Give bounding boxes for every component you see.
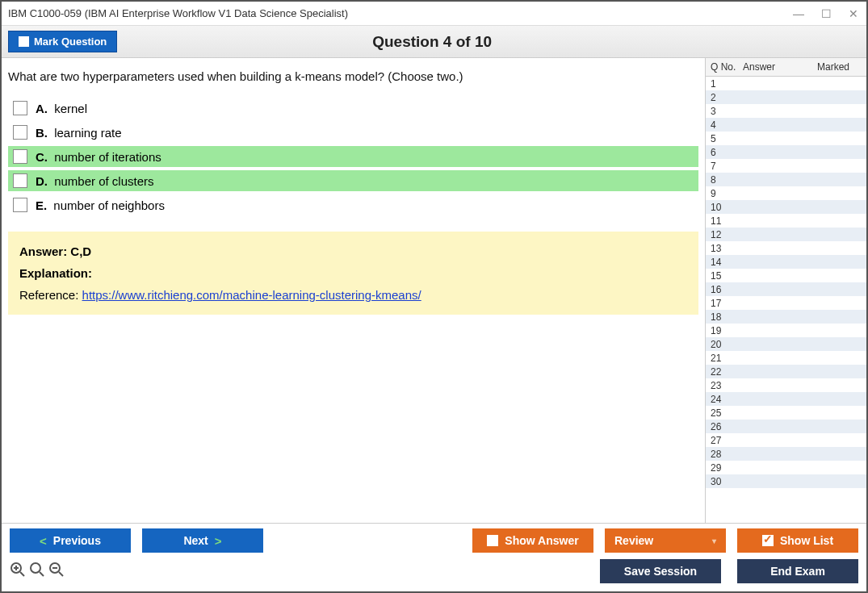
show-list-checkbox-icon xyxy=(762,535,774,546)
row-qno: 9 xyxy=(711,188,743,199)
minimize-icon[interactable]: — xyxy=(792,7,805,20)
option-row[interactable]: E. number of neighbors xyxy=(8,194,698,215)
row-qno: 6 xyxy=(711,147,743,158)
option-row[interactable]: B. learning rate xyxy=(8,122,698,143)
row-qno: 21 xyxy=(711,353,743,364)
question-list-row[interactable]: 8 xyxy=(706,173,866,186)
reference-line: Reference: https://www.ritchieng.com/mac… xyxy=(19,288,687,302)
option-row[interactable]: C. number of iterations xyxy=(8,146,698,167)
maximize-icon[interactable]: ☐ xyxy=(820,7,832,20)
zoom-reset-icon[interactable] xyxy=(29,562,45,582)
row-qno: 26 xyxy=(711,421,743,432)
question-list-row[interactable]: 13 xyxy=(706,241,866,255)
question-list-row[interactable]: 30 xyxy=(706,474,866,488)
mark-question-button[interactable]: Mark Question xyxy=(8,31,117,52)
option-row[interactable]: A. kernel xyxy=(8,98,698,119)
question-list-row[interactable]: 5 xyxy=(706,132,866,145)
question-list-row[interactable]: 11 xyxy=(706,214,866,228)
previous-label: Previous xyxy=(53,534,101,547)
next-button[interactable]: Next > xyxy=(142,528,263,553)
option-row[interactable]: D. number of clusters xyxy=(8,170,698,191)
save-session-button[interactable]: Save Session xyxy=(600,559,721,583)
row-qno: 15 xyxy=(711,270,743,282)
question-list-row[interactable]: 7 xyxy=(706,159,866,173)
row-qno: 1 xyxy=(711,78,743,90)
header-answer: Answer xyxy=(743,61,817,73)
row-qno: 12 xyxy=(711,229,743,240)
question-list-row[interactable]: 12 xyxy=(706,228,866,241)
question-list-row[interactable]: 2 xyxy=(706,90,866,104)
toolbar: Mark Question Question 4 of 10 xyxy=(2,26,866,58)
review-button[interactable]: Review ▾ xyxy=(605,528,726,553)
option-text: B. learning rate xyxy=(36,126,122,140)
svg-point-4 xyxy=(31,563,40,573)
question-list-row[interactable]: 24 xyxy=(706,392,866,406)
question-list-row[interactable]: 25 xyxy=(706,406,866,420)
svg-line-7 xyxy=(59,572,63,576)
row-qno: 7 xyxy=(711,161,743,172)
question-list-body[interactable]: 1234567891011121314151617181920212223242… xyxy=(706,77,866,523)
footer-row-1: < Previous Next > Show Answer Review ▾ S… xyxy=(10,528,858,553)
row-qno: 5 xyxy=(711,133,743,144)
option-checkbox[interactable] xyxy=(13,125,27,140)
row-qno: 3 xyxy=(711,106,743,117)
row-qno: 25 xyxy=(711,407,743,419)
question-list-row[interactable]: 15 xyxy=(706,269,866,282)
show-answer-button[interactable]: Show Answer xyxy=(472,528,593,553)
row-qno: 16 xyxy=(711,284,743,295)
row-qno: 20 xyxy=(711,339,743,350)
titlebar: IBM C1000-059 (IBM AI Enterprise Workflo… xyxy=(2,2,866,26)
show-answer-checkbox-icon xyxy=(487,535,498,546)
option-checkbox[interactable] xyxy=(13,149,27,164)
question-list-row[interactable]: 21 xyxy=(706,351,866,365)
content: What are two hyperparameters used when b… xyxy=(2,58,866,523)
option-text: D. number of clusters xyxy=(36,174,154,188)
option-checkbox[interactable] xyxy=(13,173,27,188)
row-qno: 18 xyxy=(711,311,743,323)
question-list-row[interactable]: 27 xyxy=(706,433,866,447)
show-list-button[interactable]: Show List xyxy=(737,528,858,553)
footer-row-2: Save Session End Exam xyxy=(10,559,858,583)
question-list-row[interactable]: 20 xyxy=(706,337,866,351)
answer-panel: Answer: C,D Explanation: Reference: http… xyxy=(8,232,698,315)
question-list-row[interactable]: 4 xyxy=(706,118,866,132)
question-list-row[interactable]: 22 xyxy=(706,365,866,378)
zoom-out-icon[interactable] xyxy=(48,562,65,582)
mark-checkbox-icon xyxy=(19,36,29,47)
question-list-row[interactable]: 9 xyxy=(706,186,866,200)
question-list-row[interactable]: 26 xyxy=(706,420,866,433)
question-list-row[interactable]: 14 xyxy=(706,255,866,269)
option-text: A. kernel xyxy=(36,102,87,115)
previous-button[interactable]: < Previous xyxy=(10,528,131,553)
question-list-row[interactable]: 19 xyxy=(706,324,866,337)
question-list-row[interactable]: 17 xyxy=(706,296,866,310)
reference-link[interactable]: https://www.ritchieng.com/machine-learni… xyxy=(82,288,421,302)
explanation-label: Explanation: xyxy=(19,266,687,280)
question-list-row[interactable]: 6 xyxy=(706,145,866,159)
question-counter: Question 4 of 10 xyxy=(117,33,747,51)
header-marked: Marked xyxy=(817,61,862,73)
next-label: Next xyxy=(183,534,208,547)
zoom-controls xyxy=(10,562,65,582)
question-list-panel: Q No. Answer Marked 12345678910111213141… xyxy=(705,58,866,523)
question-list-row[interactable]: 29 xyxy=(706,461,866,474)
chevron-left-icon: < xyxy=(40,534,47,548)
close-icon[interactable]: ✕ xyxy=(847,7,860,20)
row-qno: 17 xyxy=(711,298,743,309)
zoom-in-icon[interactable] xyxy=(10,562,26,582)
question-list-row[interactable]: 28 xyxy=(706,447,866,461)
question-list-row[interactable]: 1 xyxy=(706,77,866,90)
option-text: E. number of neighbors xyxy=(36,198,165,212)
question-list-row[interactable]: 10 xyxy=(706,200,866,214)
question-list-row[interactable]: 16 xyxy=(706,282,866,296)
option-checkbox[interactable] xyxy=(13,101,27,115)
question-list-row[interactable]: 18 xyxy=(706,310,866,324)
chevron-right-icon: > xyxy=(215,534,222,548)
row-qno: 28 xyxy=(711,449,743,460)
row-qno: 27 xyxy=(711,435,743,446)
question-list-row[interactable]: 23 xyxy=(706,378,866,392)
end-exam-button[interactable]: End Exam xyxy=(737,559,858,583)
option-checkbox[interactable] xyxy=(13,198,27,212)
window-title: IBM C1000-059 (IBM AI Enterprise Workflo… xyxy=(8,7,792,19)
question-list-row[interactable]: 3 xyxy=(706,104,866,118)
